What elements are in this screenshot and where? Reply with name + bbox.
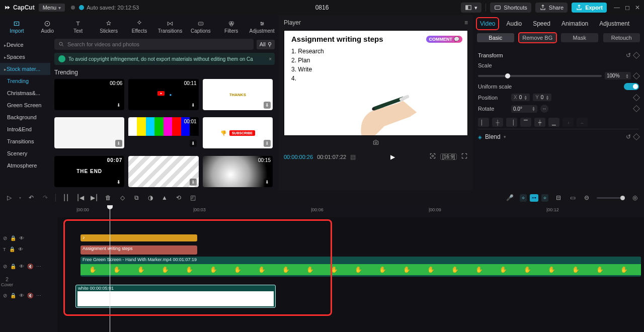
sidebar-scenery[interactable]: Scenery (0, 147, 50, 159)
link-tool[interactable]: ⊶ (530, 194, 538, 202)
stock-thumb[interactable]: 00:15⬇ (203, 156, 273, 187)
camera-icon[interactable] (279, 139, 473, 147)
preview-canvas[interactable]: Assignment writing steps 1. Research 2. … (284, 30, 468, 136)
stock-thumb[interactable]: THANKS⬇ (203, 79, 273, 110)
text-clip[interactable]: Assignment writing steps (80, 245, 197, 255)
mic-icon[interactable]: 🎤 (506, 194, 514, 202)
keyframe-icon[interactable] (633, 133, 640, 140)
split-tool[interactable]: ⎮⎮ (62, 194, 70, 202)
download-icon[interactable]: ⬇ (190, 102, 197, 109)
split-right[interactable]: ▶⎮ (90, 194, 98, 202)
track-controls-text[interactable]: T🔒👁 (3, 246, 23, 252)
align-left[interactable]: ▏ (478, 118, 489, 127)
sidebar-transitions[interactable]: Transitions (0, 135, 50, 147)
sidebar-spaces[interactable]: Spaces (0, 51, 50, 63)
minimize-icon[interactable]: — (614, 4, 620, 11)
marker-tool[interactable]: ◇ (118, 194, 126, 202)
download-icon[interactable]: ⬇ (190, 140, 197, 147)
zoom-out-icon[interactable]: ⊖ (583, 194, 591, 202)
tab-animation[interactable]: Animation (558, 18, 591, 29)
download-icon[interactable]: ⬇ (264, 179, 271, 186)
audio-clip[interactable] (80, 234, 197, 241)
download-icon[interactable]: ⬇ (264, 140, 271, 147)
distribute-v[interactable]: ⫠ (577, 118, 588, 127)
tab-audio[interactable]: Audio (33, 18, 62, 36)
layout-toggle[interactable]: ▾ (461, 3, 481, 13)
stock-thumb[interactable]: ●00:11⬇ (128, 79, 198, 110)
reverse-tool[interactable]: ◑ (146, 194, 154, 202)
menu-button[interactable]: Menu (39, 4, 65, 12)
subtab-basic[interactable]: Basic (477, 33, 514, 42)
track-controls-video[interactable]: ⊘🔒👁🔇⋯ (3, 264, 41, 269)
position-x[interactable]: X0▲▼ (511, 94, 530, 101)
blend-label[interactable]: Blend (485, 133, 501, 140)
mirror-tool[interactable]: ▲ (160, 194, 169, 202)
keyframe-icon[interactable] (633, 72, 640, 79)
stock-thumb[interactable]: ⬇ (128, 156, 198, 187)
scan-icon[interactable] (429, 152, 436, 161)
delete-tool[interactable]: 🗑 (104, 194, 112, 202)
timeline-ruler[interactable]: |00:00 |00:03 |00:06 |00:09 |00:12 (57, 205, 644, 217)
tab-text[interactable]: Text (63, 18, 93, 36)
maximize-icon[interactable]: ◻ (625, 4, 630, 11)
sidebar-greenscreen[interactable]: Green Screen (0, 99, 50, 111)
download-icon[interactable]: ⬇ (190, 179, 197, 186)
cover-tab[interactable]: 2 Cover (0, 277, 14, 287)
redo-button[interactable]: ↷ (41, 194, 49, 202)
tab-audio2[interactable]: Audio (503, 18, 525, 29)
align-top[interactable]: ▔ (520, 118, 531, 127)
track-toggle-icon[interactable]: ▭ (569, 194, 577, 202)
stock-thumb[interactable]: 00:01⬇ (128, 117, 198, 148)
sidebar-introend[interactable]: Intro&End (0, 123, 50, 135)
play-button[interactable]: ▶ (390, 153, 395, 160)
stock-thumb[interactable]: 00:06⬇ (54, 79, 124, 110)
align-right[interactable]: ▕ (506, 118, 517, 127)
zoom-slider[interactable] (597, 197, 625, 199)
tab-adjustment2[interactable]: Adjustment (596, 18, 632, 29)
zoom-fit-icon[interactable]: ◎ (631, 194, 639, 202)
sidebar-stock[interactable]: Stock mater... (0, 63, 50, 75)
stock-thumb[interactable]: SUBSCRIBE⬇ (203, 117, 273, 148)
download-icon[interactable]: ⬇ (115, 179, 122, 186)
keyframe-icon[interactable] (633, 52, 640, 59)
sidebar-device[interactable]: Device (0, 39, 50, 51)
keyframe-icon[interactable] (633, 94, 640, 101)
tab-speed[interactable]: Speed (530, 18, 553, 29)
video-clip-greenscreen[interactable]: Free Green Screen - Hand With Marker.mp4… (80, 257, 641, 277)
scale-slider[interactable] (478, 75, 602, 77)
video-clip-white[interactable]: white 00:00:05:01 (75, 285, 276, 308)
subtab-removebg[interactable]: Remove BG (519, 33, 556, 42)
banner-close[interactable]: × (269, 56, 272, 62)
align-bottom[interactable]: ▁ (548, 118, 559, 127)
aspect-ratio[interactable]: [16:9] (440, 153, 457, 160)
subtab-retouch[interactable]: Retouch (603, 33, 640, 42)
blend-caret[interactable]: ◈ (478, 134, 482, 140)
sidebar-background[interactable]: Background (0, 111, 50, 123)
align-center-v[interactable]: ┿ (534, 118, 545, 127)
preview-cut-icon[interactable]: ⊟ (554, 194, 562, 202)
subtab-mask[interactable]: Mask (561, 33, 598, 42)
download-icon[interactable]: ⬇ (115, 102, 122, 109)
track-area[interactable]: Assignment writing steps Free Green Scre… (57, 217, 644, 332)
export-button[interactable]: Export (572, 3, 607, 13)
snap-tool[interactable]: ⟡ (541, 194, 548, 202)
filter-all[interactable]: All⚲ (257, 40, 275, 49)
track-controls-audio[interactable]: ⊘🔒👁 (3, 235, 24, 241)
tab-transitions[interactable]: Transitions (155, 18, 185, 36)
tab-import[interactable]: Import (2, 18, 32, 36)
sidebar-atmosphere[interactable]: Atmosphere (0, 159, 50, 172)
tab-effects[interactable]: Effects (125, 18, 154, 36)
player-menu-icon[interactable]: ≡ (464, 19, 468, 26)
align-center-h[interactable]: ┼ (492, 118, 503, 127)
keyframe-icon[interactable] (633, 105, 640, 112)
sidebar-christmas[interactable]: Christmas&... (0, 87, 50, 99)
sidebar-trending[interactable]: Trending (0, 75, 50, 87)
quality-icon[interactable]: ▤ (350, 153, 356, 160)
scale-value[interactable]: 100%▲▼ (605, 72, 631, 79)
tab-stickers[interactable]: Stickers (94, 18, 124, 36)
rotate-value[interactable]: 0.0°▲▼ (511, 105, 537, 113)
search-input[interactable]: Search for videos and photos (54, 39, 254, 50)
download-icon[interactable]: ⬇ (115, 140, 122, 147)
reset-icon[interactable]: ↺ (626, 133, 631, 140)
playhead[interactable] (110, 205, 110, 332)
